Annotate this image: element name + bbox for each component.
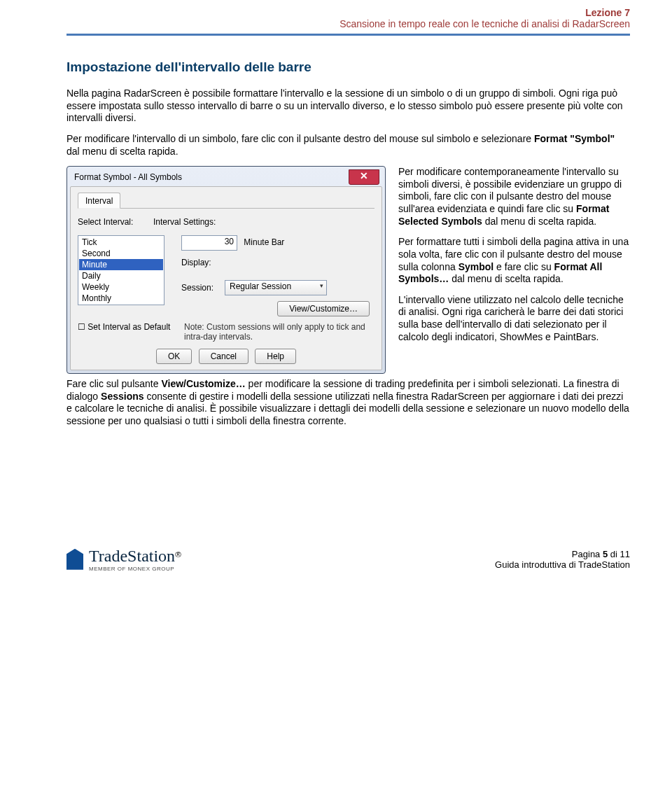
label-session: Session: xyxy=(181,283,225,293)
custom-session-note: Note: Custom sessions will only apply to… xyxy=(183,322,374,342)
dialog-title: Format Symbol - All Symbols xyxy=(74,172,182,182)
side-paragraph-3: L'intervallo viene utilizzato nel calcol… xyxy=(398,294,630,344)
page-footer: TradeStation® MEMBER OF MONEX GROUP Pagi… xyxy=(66,547,630,572)
logo-icon xyxy=(66,549,83,570)
list-item[interactable]: Daily xyxy=(79,270,163,281)
interval-listbox[interactable]: Tick Second Minute Daily Weekly Monthly xyxy=(78,235,164,305)
session-dropdown[interactable]: Regular Session xyxy=(225,280,327,295)
side-paragraph-1: Per modificare contemporaneamente l'inte… xyxy=(398,166,630,228)
interval-value-input[interactable]: 30 xyxy=(181,235,237,251)
page-number: Pagina 5 di 11 xyxy=(495,549,630,559)
list-item[interactable]: Tick xyxy=(79,237,163,248)
close-button[interactable]: ✕ xyxy=(349,169,379,185)
brand-name: TradeStation xyxy=(89,547,175,565)
close-icon: ✕ xyxy=(360,170,368,181)
format-symbol-dialog: Format Symbol - All Symbols ✕ Interval S… xyxy=(66,166,386,374)
brand-member: MEMBER OF MONEX GROUP xyxy=(89,566,181,572)
registered-mark: ® xyxy=(175,550,181,559)
tab-interval[interactable]: Interval xyxy=(78,193,120,209)
intro-paragraph-1: Nella pagina RadarScreen è possibile for… xyxy=(66,88,630,125)
lesson-number: Lezione 7 xyxy=(66,7,630,18)
page-title: Impostazione dell'intervallo delle barre xyxy=(66,60,630,75)
list-item[interactable]: Weekly xyxy=(79,281,163,293)
view-customize-button[interactable]: View/Customize… xyxy=(277,301,370,316)
label-display: Display: xyxy=(181,258,374,267)
header-rule xyxy=(66,34,630,36)
brand-logo: TradeStation® MEMBER OF MONEX GROUP xyxy=(66,547,181,572)
set-default-checkbox[interactable]: Set Interval as Default xyxy=(78,322,170,332)
lesson-subtitle: Scansione in tempo reale con le tecniche… xyxy=(340,18,630,29)
list-item-selected[interactable]: Minute xyxy=(79,259,163,270)
guide-title: Guida introduttiva di TradeStation xyxy=(495,559,630,570)
page-header: Lezione 7 Scansione in tempo reale con l… xyxy=(66,7,630,29)
help-button[interactable]: Help xyxy=(255,349,296,364)
label-select-interval: Select Interval: xyxy=(78,217,153,227)
ok-button[interactable]: OK xyxy=(156,349,192,364)
intro-paragraph-2: Per modificare l'intervallo di un simbol… xyxy=(66,133,630,158)
list-item[interactable]: Monthly xyxy=(79,293,163,304)
cancel-button[interactable]: Cancel xyxy=(199,349,248,364)
label-interval-settings: Interval Settings: xyxy=(153,217,374,227)
closing-paragraph: Fare clic sul pulsante View/Customize… p… xyxy=(66,378,630,428)
label-units: Minute Bar xyxy=(244,237,284,247)
list-item[interactable]: Second xyxy=(79,248,163,259)
side-paragraph-2: Per formattare tutti i simboli della pag… xyxy=(398,236,630,286)
